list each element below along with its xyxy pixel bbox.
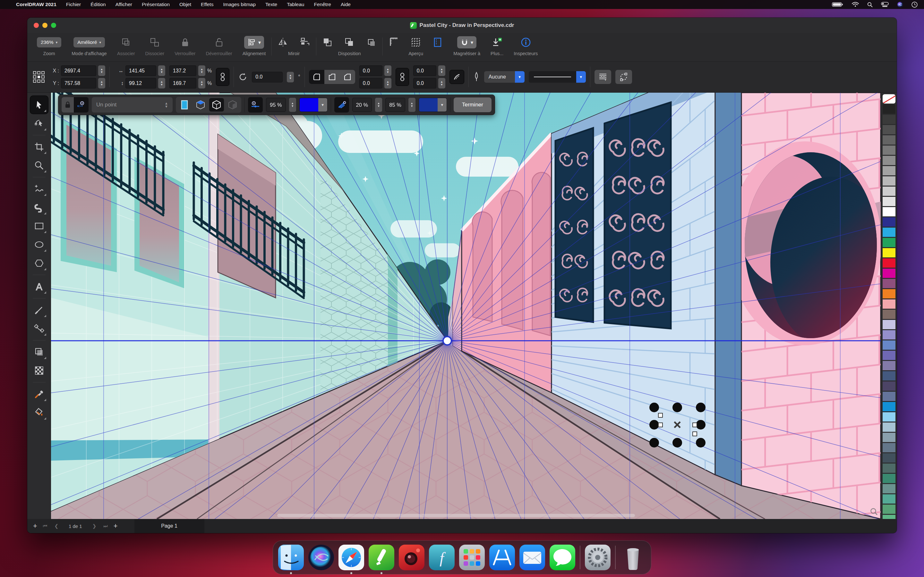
grid-icon[interactable] xyxy=(410,37,421,48)
palette-swatch[interactable] xyxy=(883,135,895,145)
floor-plane-button[interactable] xyxy=(225,98,240,111)
dock-app-store-icon[interactable] xyxy=(489,545,515,570)
x-stepper[interactable]: ▲▼ xyxy=(98,65,105,76)
last-page-button[interactable]: ⏭ xyxy=(103,523,108,529)
menu-item[interactable]: Texte xyxy=(265,2,277,7)
tool-artistic-media[interactable] xyxy=(30,198,48,216)
palette-swatch[interactable] xyxy=(883,320,895,329)
palette-swatch[interactable] xyxy=(883,207,895,216)
page-tab[interactable]: Page 1 xyxy=(134,519,204,533)
tool-rectangle[interactable] xyxy=(30,217,48,235)
palette-swatch[interactable] xyxy=(883,258,895,268)
dock-finder-icon[interactable] xyxy=(278,545,304,570)
height-stepper[interactable]: ▲▼ xyxy=(158,78,165,89)
menu-item[interactable]: Tableau xyxy=(287,2,304,7)
menu-item[interactable]: Fichier xyxy=(66,2,81,7)
dock-trash-icon[interactable] xyxy=(620,545,646,570)
corner-bl-stepper[interactable]: ▲▼ xyxy=(384,78,391,89)
palette-swatch[interactable] xyxy=(883,443,895,452)
dock-safari-icon[interactable] xyxy=(338,545,364,570)
zoom-window-button[interactable] xyxy=(51,23,56,28)
width-stepper[interactable]: ▲▼ xyxy=(158,65,165,76)
palette-swatch[interactable] xyxy=(883,340,895,350)
tool-connector[interactable] xyxy=(30,319,48,338)
lock-ratio-button[interactable] xyxy=(216,68,229,86)
link-corners-button[interactable] xyxy=(396,68,409,86)
palette-swatch[interactable] xyxy=(883,197,895,206)
object-height-field[interactable]: 99.12 xyxy=(126,78,156,89)
selection-handles[interactable] xyxy=(649,403,706,448)
add-page-button-right[interactable]: + xyxy=(108,522,124,530)
scale-h-stepper[interactable]: ▲▼ xyxy=(198,78,205,89)
tool-pick[interactable] xyxy=(30,96,48,114)
send-backward-icon[interactable] xyxy=(344,37,355,48)
dock-font-manager-icon[interactable]: f xyxy=(429,545,455,570)
grid-line-color-picker[interactable]: ▼ xyxy=(299,98,328,112)
inspectors-icon[interactable] xyxy=(520,37,531,48)
palette-swatch[interactable] xyxy=(883,474,895,483)
close-window-button[interactable] xyxy=(34,23,39,28)
scale-width-field[interactable]: 137.2 xyxy=(170,65,196,76)
add-page-button-left[interactable]: + xyxy=(27,522,43,530)
palette-swatch[interactable] xyxy=(883,166,895,175)
palette-swatch[interactable] xyxy=(883,187,895,196)
palette-swatch[interactable] xyxy=(883,248,895,258)
dock-coreldraw-icon[interactable] xyxy=(368,545,394,570)
ungroup-button[interactable]: Dissocier xyxy=(140,34,170,61)
first-page-button[interactable]: ⏮ xyxy=(43,523,47,529)
palette-swatch[interactable] xyxy=(883,125,895,134)
menu-item[interactable]: Édition xyxy=(90,2,105,7)
rotation-stepper[interactable]: ▲▼ xyxy=(287,72,294,82)
palette-swatch[interactable] xyxy=(883,412,895,422)
tool-line[interactable] xyxy=(30,301,48,319)
ortho-plane-button[interactable] xyxy=(177,98,192,111)
tool-drop-shadow[interactable] xyxy=(30,343,48,361)
tool-shape[interactable] xyxy=(30,114,48,132)
dock-mail-icon[interactable] xyxy=(519,545,545,570)
align-button[interactable]: ▾ xyxy=(244,36,264,49)
palette-swatch[interactable] xyxy=(883,105,895,114)
tool-text[interactable] xyxy=(30,277,48,295)
palette-swatch[interactable] xyxy=(883,392,895,401)
round-corner-button[interactable] xyxy=(309,70,325,84)
tool-crop[interactable] xyxy=(30,138,48,156)
palette-swatch[interactable] xyxy=(883,330,895,340)
clock-icon[interactable] xyxy=(911,2,918,8)
line-style-select[interactable]: ▼ xyxy=(529,71,586,83)
palette-swatch[interactable] xyxy=(883,289,895,298)
side-plane-button[interactable] xyxy=(209,98,224,111)
palette-swatch[interactable] xyxy=(883,115,895,124)
palette-swatch[interactable] xyxy=(883,145,895,155)
siri-icon[interactable] xyxy=(897,2,903,8)
palette-swatch[interactable] xyxy=(883,494,895,504)
zoom-level-dropdown[interactable]: 236%▾ xyxy=(37,37,61,47)
palette-swatch[interactable] xyxy=(883,269,895,278)
grid-opacity-field[interactable]: 95 % xyxy=(266,98,286,112)
scale-height-field[interactable]: 169.7 xyxy=(170,78,196,89)
palette-swatch[interactable] xyxy=(883,176,895,185)
show-grid-lines-button[interactable] xyxy=(248,97,263,113)
menu-item[interactable]: Présentation xyxy=(142,2,170,7)
lock-button[interactable]: Verrouiller xyxy=(170,34,200,61)
minimize-window-button[interactable] xyxy=(42,23,47,28)
palette-swatch[interactable] xyxy=(883,515,895,519)
dock-launchpad-icon[interactable] xyxy=(459,545,485,570)
corner-radius-br-field[interactable]: 0.0 xyxy=(413,78,436,89)
battery-icon[interactable] xyxy=(832,2,843,7)
window-titlebar[interactable]: Pastel City - Draw in Perspective.cdr xyxy=(27,18,897,33)
palette-swatch[interactable] xyxy=(883,484,895,493)
tool-zoom[interactable] xyxy=(30,156,48,174)
top-plane-button[interactable] xyxy=(193,98,208,111)
tool-interactive-fill[interactable] xyxy=(30,404,48,422)
grid-density-stepper[interactable]: ▲▼ xyxy=(409,98,415,112)
horizon-color-picker[interactable]: ▼ xyxy=(419,98,447,112)
palette-swatch[interactable] xyxy=(883,371,895,380)
palette-swatch[interactable] xyxy=(883,453,895,463)
chamfered-corner-button[interactable] xyxy=(340,70,355,84)
corner-radius-bl-field[interactable]: 0.0 xyxy=(359,78,383,89)
scalloped-corner-button[interactable] xyxy=(325,70,340,84)
horizon-opacity-field[interactable]: 20 % xyxy=(352,98,372,112)
convert-to-curves-button[interactable] xyxy=(615,70,632,84)
group-button[interactable]: Associer xyxy=(112,34,140,61)
palette-swatch[interactable] xyxy=(883,227,895,237)
